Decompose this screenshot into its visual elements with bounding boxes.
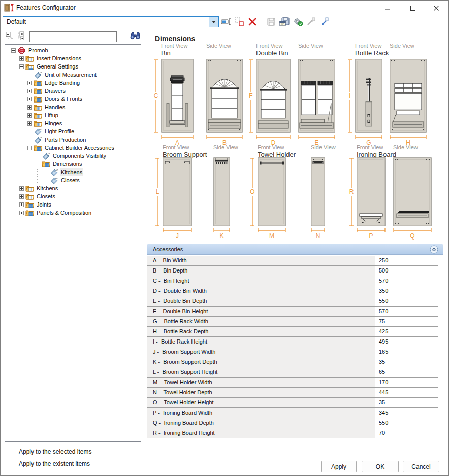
cancel-button[interactable]: Cancel [403, 461, 439, 472]
tree-expander-plus[interactable] [25, 111, 34, 119]
tree-item-joints[interactable]: Joints [5, 200, 141, 209]
collapse-all-icon[interactable] [6, 31, 14, 42]
tree-item-hinges[interactable]: Hinges [5, 119, 141, 127]
apply-button[interactable]: Apply [321, 461, 357, 472]
accessory-label: F - Double Bin Height [153, 307, 208, 316]
maximize-button[interactable] [404, 1, 422, 15]
accessory-value-field[interactable]: 345 [375, 408, 438, 418]
tree-item-light-profile[interactable]: Light Profile [5, 127, 141, 135]
ok-button[interactable]: OK [362, 461, 399, 472]
svg-text:J: J [176, 232, 179, 240]
folder-icon [25, 209, 34, 217]
expand-all-icon[interactable] [18, 31, 26, 42]
tree-expander-minus[interactable] [9, 46, 17, 54]
combobox-dropdown-button[interactable] [209, 17, 218, 27]
tree-item-kitchens[interactable]: Kitchens [5, 168, 141, 176]
tree-item-handles[interactable]: Handles [5, 103, 141, 111]
accessory-value-field[interactable]: 170 [375, 378, 438, 387]
tree-item-doors-fronts[interactable]: Doors & Fronts [5, 95, 141, 103]
accessory-value-field[interactable]: 35 [375, 357, 438, 367]
accessories-header[interactable]: Accessories [147, 244, 443, 255]
tree-expander-plus[interactable] [25, 87, 34, 95]
tree-item-insert-dimensions[interactable]: Insert Dimensions [5, 54, 141, 62]
profile-combobox[interactable]: Default [3, 16, 219, 27]
tree-item-dimensions[interactable]: Dimensions [5, 160, 141, 168]
tree-guide [9, 135, 17, 144]
tree-expander-plus[interactable] [17, 54, 25, 62]
find-icon[interactable] [130, 31, 141, 42]
tree-expander-plus[interactable] [17, 184, 25, 192]
collapse-section-icon[interactable] [430, 245, 438, 256]
tree-item-promob[interactable]: Promob [5, 46, 141, 54]
tree-expander-plus[interactable] [25, 119, 34, 127]
accessory-value-field[interactable]: 550 [375, 296, 438, 306]
folder-icon [25, 54, 34, 62]
apply-settings-icon[interactable] [293, 17, 303, 27]
tree-expander-plus[interactable] [17, 200, 25, 209]
delete-icon[interactable] [247, 17, 258, 27]
import-arrow-icon[interactable] [319, 17, 329, 27]
accessory-value-field[interactable]: 445 [375, 388, 438, 397]
svg-text:Q: Q [410, 232, 414, 240]
tree-item-edge-banding[interactable]: Edge Banding [5, 79, 141, 87]
tree-expander-plus[interactable] [25, 95, 34, 103]
view-label: Side View [213, 144, 238, 151]
tree-item-panels-composition[interactable]: Panels & Composition [5, 209, 141, 217]
tree-item-parts-production[interactable]: Parts Production [5, 135, 141, 144]
tree-item-liftup[interactable]: Liftup [5, 111, 141, 119]
forward-arrow-icon[interactable] [306, 17, 316, 27]
figure-broom-support-front-label: Front ViewBroom Support [163, 144, 207, 158]
minimize-button[interactable] [378, 1, 397, 15]
tree-expander-minus[interactable] [17, 62, 25, 71]
accessory-value-field[interactable]: 500 [375, 266, 438, 276]
accessory-value-field[interactable]: 570 [375, 307, 438, 316]
folder-icon [34, 144, 42, 152]
accessory-value-field[interactable]: 70 [375, 428, 438, 438]
accessory-row: R - Ironing Board Height70 [147, 428, 438, 438]
accessory-value-field[interactable]: 570 [375, 276, 438, 286]
tree-item-closets[interactable]: Closets [5, 176, 141, 184]
accessory-value-field[interactable]: 250 [375, 256, 438, 265]
tree-search-input[interactable] [29, 31, 117, 42]
accessory-value-field[interactable]: 350 [375, 286, 438, 296]
accessory-value-field[interactable]: 65 [375, 367, 438, 377]
tree-guide [34, 176, 42, 184]
accessory-value-field[interactable]: 75 [375, 317, 438, 326]
accessory-row: G - Bottle Rack Width75 [147, 317, 438, 327]
accessory-value-field[interactable]: 495 [375, 337, 438, 347]
rename-icon[interactable] [221, 17, 231, 27]
tree-expander-minus[interactable] [34, 160, 42, 168]
apply-selected-checkbox[interactable] [8, 448, 15, 455]
tree-guide [17, 152, 25, 160]
accessory-label: C - Bin Height [153, 276, 189, 286]
accessory-value-field[interactable]: 425 [375, 327, 438, 336]
save-template-icon[interactable] [279, 17, 290, 27]
tree-expander-minus[interactable] [25, 144, 34, 152]
accessory-value-field[interactable]: 35 [375, 398, 438, 407]
tree-item-drawers[interactable]: Drawers [5, 87, 141, 95]
tree-guide [17, 144, 25, 152]
accessory-value-field[interactable]: 550 [375, 418, 438, 428]
tree-item-closets[interactable]: Closets [5, 192, 141, 200]
view-label: Front View [355, 43, 389, 49]
tree-expander-plus[interactable] [17, 209, 25, 217]
duplicate-icon[interactable] [234, 17, 244, 27]
tree-item-cabinet-builder-accessories[interactable]: Cabinet Builder Accessories [5, 144, 141, 152]
tree-guide [9, 111, 17, 119]
tree-item-unit-of-measurement[interactable]: Unit of Measurement [5, 71, 141, 79]
save-icon[interactable] [266, 17, 276, 27]
tree-item-kitchens[interactable]: Kitchens [5, 184, 141, 192]
tree-guide [9, 160, 17, 168]
tree-item-label: Kitchens [60, 168, 83, 176]
tree-expander-plus[interactable] [25, 103, 34, 111]
accessory-label: M - Towel Holder Width [153, 378, 212, 387]
tree-tools [6, 31, 26, 42]
accessory-value-field[interactable]: 165 [375, 347, 438, 357]
close-button[interactable] [427, 1, 445, 15]
tree-expander-plus[interactable] [25, 79, 34, 87]
tree-guide [17, 111, 25, 119]
tree-item-components-visibility[interactable]: Components Visibility [5, 152, 141, 160]
apply-existent-checkbox[interactable] [8, 460, 15, 467]
tree-item-general-settings[interactable]: General Settings [5, 62, 141, 71]
tree-expander-plus[interactable] [17, 192, 25, 200]
